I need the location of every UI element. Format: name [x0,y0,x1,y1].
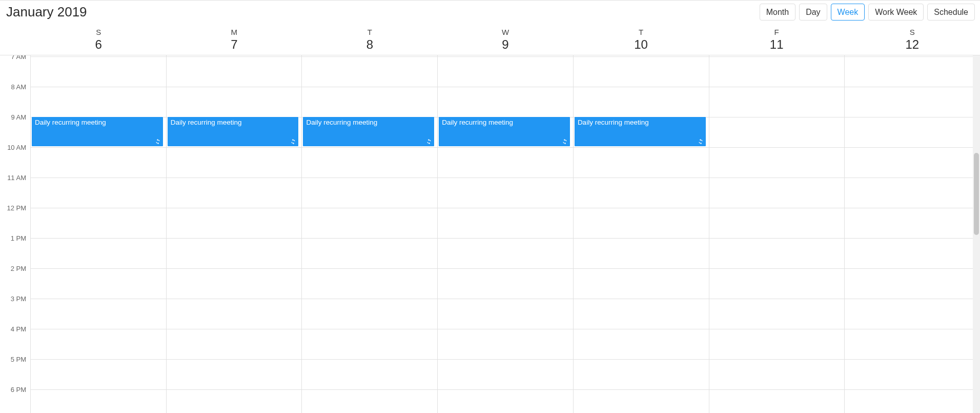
day-of-week-label: W [438,28,574,36]
day-of-week-label: F [709,28,845,36]
hour-grid-line [709,329,845,329]
hour-grid-line [845,329,980,329]
hour-grid-line [302,87,437,87]
hour-grid-line [709,268,845,269]
day-header-cell[interactable]: S6 [31,24,167,55]
scheduler: January 2019 MonthDayWeekWork WeekSchedu… [0,0,980,413]
recurring-icon [698,139,704,145]
view-button-schedule[interactable]: Schedule [927,4,975,21]
calendar-event[interactable]: Daily recurring meeting [303,117,434,146]
grid-day-column[interactable]: Daily recurring meeting [574,55,709,413]
page-title: January 2019 [6,4,87,20]
hour-grid-line [574,268,709,269]
hour-grid-line [438,268,573,269]
day-header-cell[interactable]: F11 [709,24,845,55]
day-of-month-label: 11 [709,37,845,52]
view-button-month[interactable]: Month [760,4,795,21]
grid-day-column[interactable] [709,55,845,413]
time-label: 5 PM [11,356,26,363]
day-header-cell[interactable]: T8 [302,24,438,55]
hour-grid-line [709,238,845,239]
hour-grid-line [845,178,980,178]
hour-grid-line [845,56,980,57]
hour-grid-line [709,178,845,178]
hour-grid-line [574,147,709,148]
hour-grid-line [845,299,980,299]
hour-grid-line [709,56,845,57]
time-label: 9 AM [11,113,26,121]
grid-columns[interactable]: Daily recurring meetingDaily recurring m… [31,55,980,413]
hour-grid-line [167,389,302,390]
hour-grid-line [709,359,845,360]
hour-grid-line [438,389,573,390]
hour-grid-line [438,238,573,239]
view-switcher: MonthDayWeekWork WeekSchedule [760,4,975,21]
hour-grid-line [302,359,437,360]
grid-day-column[interactable] [845,55,980,413]
time-label: 1 PM [11,234,26,242]
time-label: 10 AM [7,144,26,151]
event-title: Daily recurring meeting [35,119,106,126]
hour-grid-line [438,329,573,329]
hour-grid-line [845,208,980,208]
hour-grid-line [302,56,437,57]
hour-grid-line [574,238,709,239]
day-header-cell[interactable]: W9 [438,24,574,55]
view-button-day[interactable]: Day [799,4,827,21]
hour-grid-line [845,147,980,148]
scheduler-header: January 2019 MonthDayWeekWork WeekSchedu… [0,1,980,24]
hour-grid-line [709,117,845,117]
day-of-week-label: S [844,28,980,36]
calendar-event[interactable]: Daily recurring meeting [168,117,299,146]
day-of-month-label: 12 [844,37,980,52]
day-header-cell[interactable]: M7 [167,24,302,55]
hour-grid-line [302,329,437,329]
hour-grid-line [31,238,166,239]
scrollbar-thumb[interactable] [974,153,979,235]
hour-grid-line [709,147,845,148]
vertical-scrollbar[interactable] [973,55,980,413]
calendar-event[interactable]: Daily recurring meeting [32,117,163,146]
day-of-week-label: T [302,28,438,36]
time-label: 3 PM [11,295,26,303]
grid-day-column[interactable]: Daily recurring meeting [31,55,167,413]
hour-grid-line [845,87,980,87]
day-of-week-label: T [573,28,709,36]
hour-grid-line [438,178,573,178]
grid-day-column[interactable]: Daily recurring meeting [167,55,302,413]
hour-grid-line [31,359,166,360]
hour-grid-line [845,389,980,390]
time-grid[interactable]: 7 AM8 AM9 AM10 AM11 AM12 PM1 PM2 PM3 PM4… [0,55,980,413]
hour-grid-line [438,208,573,208]
grid-day-column[interactable]: Daily recurring meeting [302,55,438,413]
calendar-event[interactable]: Daily recurring meeting [575,117,706,146]
hour-grid-line [438,147,573,148]
view-button-week[interactable]: Week [831,4,865,21]
hour-grid-line [31,56,166,57]
hour-grid-line [302,299,437,299]
hour-grid-line [574,208,709,208]
time-label: 8 AM [11,83,26,91]
day-of-month-label: 7 [167,37,302,52]
day-header-row: S6M7T8W9T10F11S12 [0,24,980,55]
view-button-workweek[interactable]: Work Week [868,4,924,21]
hour-grid-line [574,359,709,360]
hour-grid-line [302,238,437,239]
calendar-event[interactable]: Daily recurring meeting [439,117,570,146]
day-header-cell[interactable]: T10 [573,24,709,55]
day-of-month-label: 10 [573,37,709,52]
event-title: Daily recurring meeting [578,119,649,126]
hour-grid-line [167,359,302,360]
hour-grid-line [709,299,845,299]
hour-grid-line [167,268,302,269]
hour-grid-line [302,147,437,148]
event-title: Daily recurring meeting [442,119,513,126]
hour-grid-line [845,268,980,269]
day-of-week-label: M [167,28,302,36]
hour-grid-line [438,359,573,360]
day-header-cell[interactable]: S12 [844,24,980,55]
hour-grid-line [845,238,980,239]
hour-grid-line [167,208,302,208]
grid-day-column[interactable]: Daily recurring meeting [438,55,574,413]
day-header-columns: S6M7T8W9T10F11S12 [31,24,980,55]
